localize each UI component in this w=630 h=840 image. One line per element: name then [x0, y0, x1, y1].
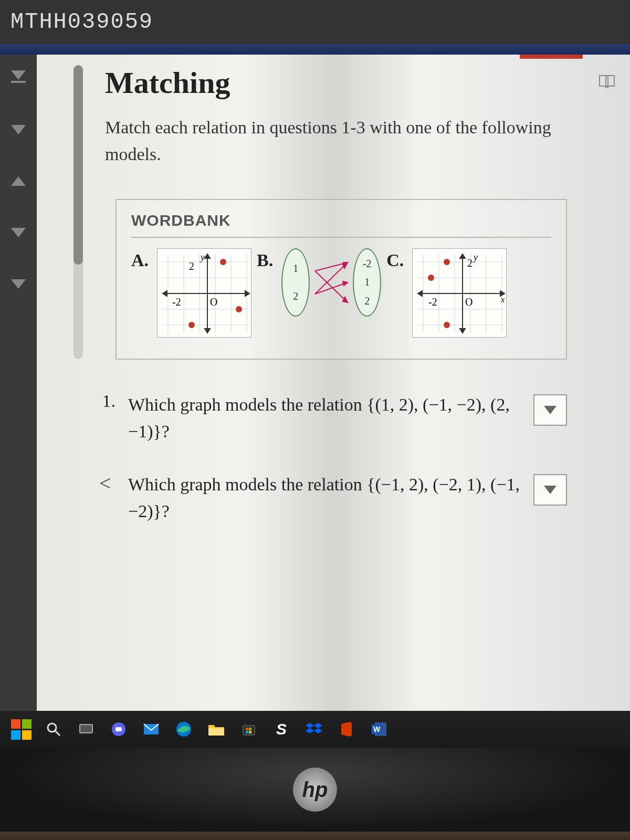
question-text: Which graph models the relation {(1, 2),…: [128, 391, 521, 445]
svg-text:2: 2: [467, 257, 472, 269]
svg-marker-12: [245, 291, 249, 296]
svg-text:-2: -2: [428, 296, 437, 308]
svg-point-22: [236, 306, 242, 312]
svg-line-25: [315, 271, 348, 302]
svg-point-53: [444, 259, 450, 265]
svg-marker-72: [314, 728, 322, 733]
svg-rect-63: [208, 728, 224, 736]
svg-marker-71: [306, 728, 314, 733]
header-accent: [520, 55, 583, 59]
chevron-down-icon: [544, 486, 556, 494]
chevron-down-icon: [544, 406, 556, 414]
svg-rect-60: [116, 727, 122, 731]
svg-marker-30: [343, 281, 348, 286]
svg-marker-69: [306, 723, 314, 728]
prev-section-button[interactable]: [11, 176, 26, 186]
search-icon[interactable]: [43, 719, 64, 740]
svg-rect-68: [249, 731, 251, 733]
svg-text:W: W: [373, 725, 381, 733]
svg-line-29: [315, 282, 348, 294]
edge-icon[interactable]: [173, 719, 194, 740]
svg-text:-2: -2: [172, 296, 181, 308]
svg-point-20: [220, 259, 226, 265]
svg-text:y: y: [200, 252, 205, 262]
question-number: 1.: [94, 391, 116, 411]
answer-dropdown-2[interactable]: [533, 474, 567, 506]
scrollbar-thumb[interactable]: [74, 65, 83, 265]
start-button[interactable]: [10, 719, 32, 740]
office-icon[interactable]: [336, 719, 357, 740]
svg-marker-44: [418, 291, 422, 296]
word-icon[interactable]: W: [369, 719, 390, 740]
svg-point-56: [48, 723, 56, 732]
wordbank-title: WORDBANK: [131, 212, 551, 238]
option-a-graph[interactable]: 2 y -2 O: [157, 248, 251, 338]
mapping-domain: 1 2: [281, 248, 310, 317]
y-tick-a: 2: [189, 260, 194, 272]
mapping-range: -2 1 2: [353, 248, 381, 317]
page-content: Matching Match each relation in question…: [37, 55, 630, 711]
svg-point-54: [428, 275, 434, 281]
question-2: < Which graph models the relation {(−1, …: [94, 471, 567, 524]
wordbank-panel: WORDBANK A. 2 y: [116, 199, 567, 360]
task-view-icon[interactable]: [76, 719, 97, 740]
file-explorer-icon[interactable]: [206, 719, 227, 740]
taskbar: S W: [0, 711, 630, 748]
svg-point-55: [444, 322, 450, 328]
accent-strip: [0, 44, 630, 55]
svg-text:O: O: [465, 296, 472, 308]
store-icon[interactable]: [238, 719, 259, 740]
scroll-down-button[interactable]: [11, 279, 26, 289]
option-a-label: A.: [131, 250, 149, 270]
svg-rect-67: [246, 731, 248, 733]
option-b-mapping[interactable]: 1 2 -2: [281, 248, 381, 317]
window-title-bar: MTHH039059: [0, 0, 630, 44]
chat-icon[interactable]: [108, 719, 129, 740]
svg-marker-70: [314, 723, 322, 728]
svg-text:O: O: [210, 296, 217, 308]
window-title: MTHH039059: [10, 9, 153, 35]
svg-marker-47: [460, 329, 465, 333]
question-1: 1. Which graph models the relation {(1, …: [94, 391, 567, 445]
svg-text:y: y: [472, 252, 478, 262]
svg-rect-58: [80, 724, 92, 733]
next-item-button[interactable]: [11, 228, 26, 237]
mapping-arrows: [313, 251, 350, 314]
mail-icon[interactable]: [141, 719, 162, 740]
svg-text:x: x: [500, 295, 505, 304]
laptop-bezel: hp: [0, 748, 630, 832]
svg-line-57: [55, 731, 60, 736]
option-c-label: C.: [386, 250, 404, 270]
desk-surface: [0, 832, 630, 840]
svg-marker-46: [460, 254, 465, 258]
svg-marker-13: [163, 291, 167, 296]
dropbox-icon[interactable]: [303, 719, 324, 740]
jump-down-button[interactable]: [11, 70, 26, 83]
svg-marker-16: [205, 329, 210, 333]
wordbank-options: A. 2 y -2 O: [131, 248, 551, 338]
next-section-button[interactable]: [11, 125, 26, 134]
content-viewport: Matching Match each relation in question…: [0, 55, 630, 711]
svg-point-21: [188, 322, 195, 328]
svg-rect-66: [249, 728, 251, 730]
nav-gutter: [0, 55, 37, 711]
game-icon[interactable]: S: [271, 719, 292, 740]
instructions-text: Match each relation in questions 1-3 wit…: [105, 114, 567, 167]
option-b-label: B.: [257, 250, 273, 270]
scrollbar-track[interactable]: [74, 65, 83, 359]
option-c-graph[interactable]: 2 y -2 O x: [412, 248, 507, 338]
svg-rect-65: [246, 728, 248, 730]
question-text: Which graph models the relation {(−1, 2)…: [128, 471, 521, 524]
prev-question-button[interactable]: <: [94, 471, 116, 496]
svg-marker-15: [205, 254, 210, 258]
answer-dropdown-1[interactable]: [533, 394, 567, 426]
page-title: Matching: [105, 65, 588, 100]
resources-icon[interactable]: [594, 69, 620, 94]
hp-logo: hp: [293, 768, 337, 812]
